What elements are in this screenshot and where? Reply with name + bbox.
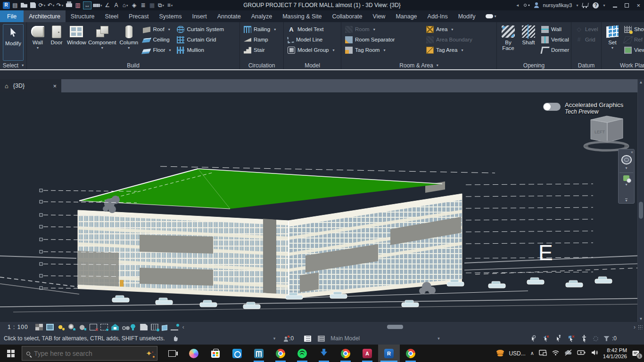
opening-dormer-button[interactable]: Dormer xyxy=(539,45,571,55)
onedrive-paused-icon[interactable] xyxy=(564,349,572,357)
vertical-scrollbar[interactable]: ▲ ▼ xyxy=(637,79,644,322)
hscroll-right-icon[interactable]: › xyxy=(631,324,638,330)
drag-elements-on-selection-icon[interactable] xyxy=(580,335,588,342)
level-button[interactable]: ◇Level xyxy=(573,25,601,34)
stair-button[interactable]: Stair xyxy=(241,45,278,55)
task-view-button[interactable] xyxy=(161,345,183,362)
tab-collaborate[interactable]: Collaborate xyxy=(327,10,368,22)
door-button[interactable]: Door xyxy=(47,24,66,60)
tab-modify[interactable]: Modify xyxy=(453,10,481,22)
view-cube[interactable]: LEFT xyxy=(585,116,628,150)
floor-button[interactable]: Floor xyxy=(140,45,174,55)
displaced-elements-icon[interactable] xyxy=(151,324,158,330)
chrome-icon-1[interactable] xyxy=(270,345,291,362)
tab-precast[interactable]: Precast xyxy=(124,10,154,22)
tab-insert[interactable]: Insert xyxy=(187,10,212,22)
tab-manage[interactable]: Manage xyxy=(390,10,422,22)
copilot-icon[interactable] xyxy=(183,345,205,362)
opening-by-face-button[interactable]: By Face xyxy=(498,24,518,60)
cast-icon[interactable] xyxy=(539,349,547,358)
model-line-button[interactable]: Model Line xyxy=(285,35,337,44)
workset-expand-caret-icon[interactable]: ▾ xyxy=(273,336,276,341)
teal-app-icon[interactable] xyxy=(248,345,270,362)
detail-level-icon[interactable] xyxy=(35,324,43,330)
wifi-icon[interactable] xyxy=(552,349,560,357)
scale-button[interactable]: 1 : 100 xyxy=(0,324,34,330)
select-links-icon[interactable] xyxy=(529,335,537,342)
area-button[interactable]: Area xyxy=(424,25,475,34)
autocad-icon[interactable] xyxy=(356,345,378,362)
currency-label[interactable]: USD... xyxy=(509,350,525,357)
search-collapse-icon[interactable]: ◄ xyxy=(516,3,520,8)
datum-panel-label[interactable]: Datum xyxy=(571,61,601,69)
view-tab-3d[interactable]: ⌂ {3D} × xyxy=(0,79,61,92)
select-panel-label[interactable]: Select xyxy=(0,61,26,69)
view-cube-left-face-label[interactable]: LEFT xyxy=(594,130,605,134)
navbar-more-icon[interactable]: ▾ xyxy=(625,198,627,202)
accelerated-graphics-toggle[interactable] xyxy=(543,103,561,111)
help-menu-caret-icon[interactable]: ▾ xyxy=(603,3,605,8)
close-view-icon[interactable]: × xyxy=(53,82,57,90)
vertical-scroll-thumb[interactable] xyxy=(639,202,643,219)
mullion-button[interactable]: Mullion xyxy=(174,45,226,55)
resize-grip[interactable] xyxy=(638,325,643,329)
spotify-icon[interactable] xyxy=(291,345,313,362)
ramp-button[interactable]: Ramp xyxy=(241,35,278,44)
home-icon[interactable]: ⌂ xyxy=(5,82,8,90)
worksets-dialog-icon[interactable] xyxy=(304,336,311,342)
tray-expand-icon[interactable]: ∧ xyxy=(530,350,534,356)
column-button[interactable]: Column xyxy=(117,24,140,60)
undo-icon[interactable]: ↶▾ xyxy=(47,1,55,9)
analytical-model-icon[interactable] xyxy=(171,324,178,330)
modify-button[interactable]: Modify xyxy=(3,24,24,61)
railing-button[interactable]: Railing xyxy=(241,25,278,34)
select-elements-by-face-icon[interactable] xyxy=(568,335,575,342)
navbar-close-icon[interactable]: × xyxy=(631,150,633,154)
minimize-button[interactable] xyxy=(613,2,617,9)
redo-icon[interactable]: ↷▾ xyxy=(56,1,64,9)
lock-3d-view-icon[interactable] xyxy=(111,324,119,330)
opening-shaft-button[interactable]: Shaft xyxy=(518,24,539,60)
tag-area-button[interactable]: Tag Area xyxy=(424,45,475,55)
print-icon[interactable] xyxy=(65,1,73,9)
circulation-panel-label[interactable]: Circulation xyxy=(240,61,283,69)
text-tool-icon[interactable]: A xyxy=(113,1,120,9)
room-separator-button[interactable]: Room Separator xyxy=(343,35,424,44)
opening-wall-button[interactable]: Wall xyxy=(539,25,571,34)
worksets-editable-icon[interactable] xyxy=(284,339,288,342)
shadows-icon[interactable] xyxy=(68,324,75,330)
chrome-icon-2[interactable] xyxy=(335,345,356,362)
taskbar-search[interactable]: ✦ xyxy=(22,346,157,361)
crop-region-visibility-icon[interactable] xyxy=(100,324,108,330)
model-text-button[interactable]: AModel Text xyxy=(285,25,337,34)
measure-icon[interactable]: ▾ xyxy=(93,1,102,9)
close-button[interactable]: × xyxy=(636,2,640,9)
window-button[interactable]: Window xyxy=(66,24,87,60)
show-work-plane-button[interactable]: Show xyxy=(622,25,644,34)
room-area-panel-label[interactable]: Room & Area xyxy=(341,61,496,69)
close-inactive-views-icon[interactable]: ▥ xyxy=(74,1,82,9)
temporary-view-properties-icon[interactable] xyxy=(140,324,148,330)
store-cart-icon[interactable] xyxy=(582,3,589,7)
sun-path-icon[interactable] xyxy=(57,324,65,330)
revit-taskbar-icon[interactable] xyxy=(378,345,400,362)
tab-add-ins[interactable]: Add-Ins xyxy=(422,10,453,22)
set-work-plane-button[interactable]: Set xyxy=(603,24,622,60)
volume-icon[interactable] xyxy=(591,349,598,357)
currency-widget-icon[interactable] xyxy=(496,350,504,354)
customize-qat-icon[interactable]: ≡▾ xyxy=(166,1,174,9)
sync-with-central-icon[interactable]: ⟳▾ xyxy=(38,1,46,9)
model-group-button[interactable]: Model Group xyxy=(285,45,337,55)
save-icon[interactable] xyxy=(29,1,37,9)
grid-button[interactable]: #Grid xyxy=(573,35,601,44)
tab-analyze[interactable]: Analyze xyxy=(246,10,277,22)
scroll-up-icon[interactable]: ▲ xyxy=(638,79,644,85)
curtain-system-button[interactable]: Curtain System xyxy=(174,25,226,34)
opening-panel-label[interactable]: Opening xyxy=(497,61,571,69)
signed-in-user[interactable]: nursyafikay3 xyxy=(543,2,572,8)
notification-center-icon[interactable]: 1 xyxy=(632,350,640,357)
room-button[interactable]: Room xyxy=(343,25,424,34)
tab-view[interactable]: View xyxy=(368,10,391,22)
3d-model-canvas[interactable]: E LEFT xyxy=(0,92,644,322)
temporary-hide-isolate-icon[interactable] xyxy=(122,326,126,330)
